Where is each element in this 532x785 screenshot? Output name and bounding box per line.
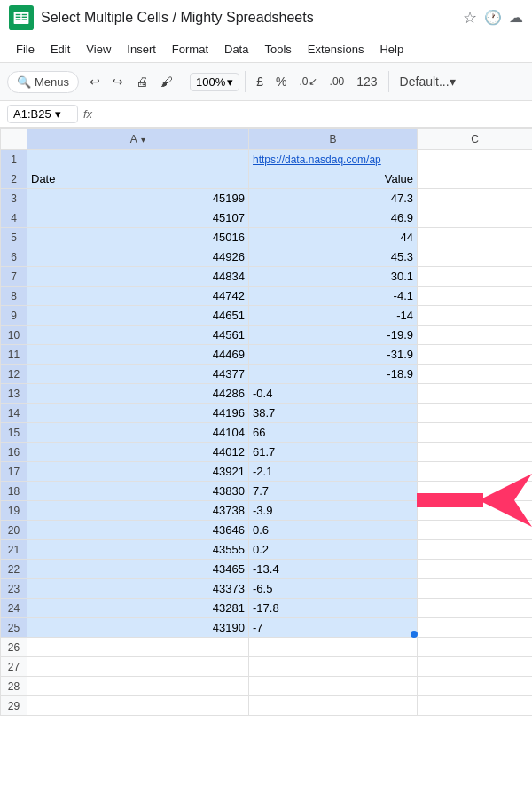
history-icon[interactable]: 🕐 bbox=[484, 9, 502, 26]
cell-B17[interactable]: -2.1 bbox=[249, 462, 418, 482]
cell-A19[interactable]: 43738 bbox=[27, 501, 249, 521]
cell-A1[interactable] bbox=[27, 150, 249, 169]
cell-B1[interactable]: https://data.nasdaq.com/ap bbox=[249, 150, 418, 169]
cell-C11[interactable] bbox=[418, 345, 533, 365]
cell-B26[interactable] bbox=[249, 638, 418, 657]
cell-B21[interactable]: 0.2 bbox=[249, 540, 418, 560]
menus-search[interactable]: 🔍 Menus bbox=[7, 71, 79, 93]
cell-A11[interactable]: 44469 bbox=[27, 345, 249, 365]
cell-C17[interactable] bbox=[418, 462, 533, 482]
cell-C3[interactable] bbox=[418, 189, 533, 208]
cell-C2[interactable] bbox=[418, 169, 533, 189]
cell-A24[interactable]: 43281 bbox=[27, 599, 249, 618]
cell-C16[interactable] bbox=[418, 443, 533, 462]
cell-C14[interactable] bbox=[418, 404, 533, 423]
cell-A22[interactable]: 43465 bbox=[27, 560, 249, 579]
menu-file[interactable]: File bbox=[9, 39, 42, 59]
cell-C13[interactable] bbox=[418, 384, 533, 404]
cell-B24[interactable]: -17.8 bbox=[249, 599, 418, 618]
print-button[interactable]: 🖨 bbox=[130, 71, 153, 92]
cell-C20[interactable] bbox=[418, 521, 533, 540]
cell-C29[interactable] bbox=[418, 696, 533, 716]
cell-C10[interactable] bbox=[418, 326, 533, 345]
menu-help[interactable]: Help bbox=[372, 39, 411, 59]
cell-A6[interactable]: 44926 bbox=[27, 247, 249, 267]
menu-data[interactable]: Data bbox=[217, 39, 255, 59]
cell-A5[interactable]: 45016 bbox=[27, 228, 249, 247]
menu-edit[interactable]: Edit bbox=[43, 39, 77, 59]
cell-B12[interactable]: -18.9 bbox=[249, 365, 418, 384]
paint-format-button[interactable]: 🖌 bbox=[155, 71, 178, 92]
cell-C9[interactable] bbox=[418, 306, 533, 326]
cell-C6[interactable] bbox=[418, 247, 533, 267]
cell-C18[interactable] bbox=[418, 482, 533, 501]
cell-B28[interactable] bbox=[249, 677, 418, 696]
cell-C7[interactable] bbox=[418, 267, 533, 287]
cell-A18[interactable]: 43830 bbox=[27, 482, 249, 501]
decimal-dec-button[interactable]: .0↙ bbox=[294, 72, 323, 91]
cell-A8[interactable]: 44742 bbox=[27, 287, 249, 306]
cell-B13[interactable]: -0.4 bbox=[249, 384, 418, 404]
cell-B14[interactable]: 38.7 bbox=[249, 404, 418, 423]
cell-reference-box[interactable]: A1:B25 ▾ bbox=[7, 105, 78, 123]
cell-B27[interactable] bbox=[249, 657, 418, 677]
cell-C19[interactable] bbox=[418, 501, 533, 521]
cell-A28[interactable] bbox=[27, 677, 249, 696]
cell-A26[interactable] bbox=[27, 638, 249, 657]
menu-extensions[interactable]: Extensions bbox=[301, 39, 372, 59]
decimal-inc-button[interactable]: .00 bbox=[325, 72, 350, 91]
cell-C27[interactable] bbox=[418, 657, 533, 677]
col-header-C[interactable]: C bbox=[418, 129, 533, 150]
cell-A2[interactable]: Date bbox=[27, 169, 249, 189]
cell-A15[interactable]: 44104 bbox=[27, 423, 249, 443]
redo-button[interactable]: ↪ bbox=[107, 71, 129, 92]
cell-A3[interactable]: 45199 bbox=[27, 189, 249, 208]
cell-C26[interactable] bbox=[418, 638, 533, 657]
zoom-control[interactable]: 100% ▾ bbox=[190, 73, 239, 91]
cell-C22[interactable] bbox=[418, 560, 533, 579]
cell-A9[interactable]: 44651 bbox=[27, 306, 249, 326]
cell-A23[interactable]: 43373 bbox=[27, 579, 249, 599]
number-format-button[interactable]: 123 bbox=[351, 71, 382, 92]
cell-A16[interactable]: 44012 bbox=[27, 443, 249, 462]
currency-button[interactable]: £ bbox=[251, 71, 269, 92]
cell-B18[interactable]: 7.7 bbox=[249, 482, 418, 501]
cell-A4[interactable]: 45107 bbox=[27, 208, 249, 228]
cell-C5[interactable] bbox=[418, 228, 533, 247]
cell-B9[interactable]: -14 bbox=[249, 306, 418, 326]
cell-B4[interactable]: 46.9 bbox=[249, 208, 418, 228]
menu-format[interactable]: Format bbox=[165, 39, 215, 59]
cell-C1[interactable] bbox=[418, 150, 533, 169]
cloud-icon[interactable]: ☁ bbox=[509, 9, 523, 26]
cell-A12[interactable]: 44377 bbox=[27, 365, 249, 384]
cell-A10[interactable]: 44561 bbox=[27, 326, 249, 345]
cell-A29[interactable] bbox=[27, 696, 249, 716]
cell-B23[interactable]: -6.5 bbox=[249, 579, 418, 599]
cell-A7[interactable]: 44834 bbox=[27, 267, 249, 287]
menu-tools[interactable]: Tools bbox=[257, 39, 298, 59]
cell-B3[interactable]: 47.3 bbox=[249, 189, 418, 208]
cell-C28[interactable] bbox=[418, 677, 533, 696]
menu-insert[interactable]: Insert bbox=[120, 39, 163, 59]
cell-C15[interactable] bbox=[418, 423, 533, 443]
cell-B16[interactable]: 61.7 bbox=[249, 443, 418, 462]
cell-B20[interactable]: 0.6 bbox=[249, 521, 418, 540]
cell-B11[interactable]: -31.9 bbox=[249, 345, 418, 365]
cell-A14[interactable]: 44196 bbox=[27, 404, 249, 423]
cell-B22[interactable]: -13.4 bbox=[249, 560, 418, 579]
star-icon[interactable]: ☆ bbox=[463, 8, 477, 27]
cell-B8[interactable]: -4.1 bbox=[249, 287, 418, 306]
cell-B7[interactable]: 30.1 bbox=[249, 267, 418, 287]
cell-B29[interactable] bbox=[249, 696, 418, 716]
cell-B15[interactable]: 66 bbox=[249, 423, 418, 443]
menu-view[interactable]: View bbox=[79, 39, 118, 59]
cell-A20[interactable]: 43646 bbox=[27, 521, 249, 540]
cell-C24[interactable] bbox=[418, 599, 533, 618]
percent-button[interactable]: % bbox=[270, 71, 292, 92]
cell-B2[interactable]: Value bbox=[249, 169, 418, 189]
cell-A25[interactable]: 43190 bbox=[27, 618, 249, 638]
cell-A21[interactable]: 43555 bbox=[27, 540, 249, 560]
cell-C12[interactable] bbox=[418, 365, 533, 384]
cell-B5[interactable]: 44 bbox=[249, 228, 418, 247]
col-header-A[interactable]: A ▾ bbox=[27, 129, 249, 150]
